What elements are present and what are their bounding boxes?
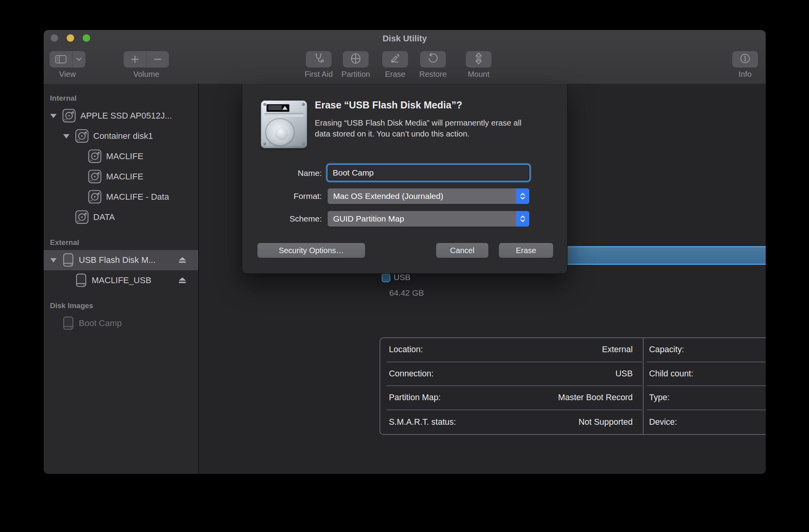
sidebar-item-label: MACLIFE_USB	[92, 275, 151, 286]
sidebar-item[interactable]: MACLIFE	[44, 167, 198, 187]
sidebar-view-icon	[50, 51, 72, 67]
restore-button[interactable]	[420, 51, 446, 67]
info-table-row: Partition Map:Master Boot Record	[387, 386, 642, 410]
stethoscope-icon	[313, 53, 325, 66]
sidebar-item[interactable]: USB Flash Disk M...	[44, 250, 198, 270]
sidebar-item[interactable]: DATA	[44, 207, 198, 227]
sidebar-item-label: MACLIFE	[106, 151, 143, 161]
info-label: Info	[719, 69, 766, 79]
usage-legend-swatch	[381, 273, 390, 282]
add-volume-button[interactable]	[124, 51, 146, 67]
dialog-body-line2: data stored on it. You can’t undo this a…	[315, 129, 470, 138]
sidebar-item-label: Boot Camp	[79, 318, 122, 328]
sidebar-item-label: MACLIFE - Data	[106, 192, 169, 202]
desktop: Disk Utility View Volume	[0, 0, 809, 532]
disclosure-triangle-icon[interactable]	[62, 134, 71, 138]
erase-button[interactable]: Erase	[499, 243, 553, 258]
internal-disk-icon	[75, 209, 89, 225]
internal-disk-icon	[87, 168, 102, 185]
sidebar-section-header: Disk Images	[44, 298, 198, 313]
info-value: Master Boot Record	[558, 393, 633, 403]
name-input[interactable]	[328, 165, 529, 181]
sidebar-section-header: Internal	[44, 91, 198, 106]
mount-button[interactable]	[466, 51, 491, 67]
toolbar: Disk Utility View Volume	[44, 30, 766, 84]
sidebar-item[interactable]: MACLIFE_USB	[44, 270, 198, 291]
scheme-label: Scheme:	[258, 214, 322, 223]
cancel-button[interactable]: Cancel	[436, 243, 488, 258]
chevron-down-icon	[73, 51, 85, 67]
sidebar-item[interactable]: APPLE SSD AP0512J...	[44, 106, 198, 126]
info-button[interactable]	[732, 51, 758, 67]
capacity-text-fragment: 64.42 GB	[389, 288, 424, 298]
dialog-body: Erasing “USB Flash Disk Media” will perm…	[315, 117, 522, 139]
view-label: View	[50, 69, 85, 79]
sidebar-section: InternalAPPLE SSD AP0512J...Container di…	[44, 91, 198, 227]
scheme-select[interactable]: GUID Partition Map	[328, 211, 529, 227]
erase-button-toolbar[interactable]	[382, 51, 408, 67]
partition-button[interactable]	[343, 51, 369, 67]
volume-buttons	[124, 51, 169, 67]
remove-volume-button[interactable]	[147, 51, 169, 67]
info-label: Location:	[389, 345, 423, 355]
info-value: External	[602, 345, 633, 355]
sidebar-section-header: External	[44, 235, 198, 250]
info-label: Type:	[649, 393, 670, 403]
info-label: Partition Map:	[389, 393, 441, 403]
mount-label: Mount	[452, 69, 505, 79]
sidebar-section: Disk ImagesBoot Camp	[44, 298, 198, 333]
disclosure-triangle-icon[interactable]	[49, 258, 58, 262]
restore-label: Restore	[406, 69, 459, 79]
internal-disk-icon	[62, 108, 76, 124]
sidebar-item-label: USB Flash Disk M...	[79, 255, 156, 265]
internal-disk-icon	[75, 128, 89, 144]
sidebar-item-label: Container disk1	[93, 131, 153, 141]
format-select[interactable]: Mac OS Extended (Journaled)	[328, 188, 529, 204]
disk-info-table: Location:ExternalConnection:USBPartition…	[380, 337, 766, 435]
info-label: Device:	[649, 417, 677, 427]
scheme-value: GUID Partition Map	[328, 214, 516, 223]
name-label: Name:	[258, 168, 322, 178]
info-label: Connection:	[389, 369, 434, 379]
info-label: S.M.A.R.T. status:	[389, 417, 456, 427]
info-label: Child count:	[649, 369, 694, 379]
first-aid-button[interactable]	[306, 51, 332, 67]
info-value: Not Supported	[578, 417, 633, 427]
internal-disk-icon	[87, 148, 102, 165]
volume-label: Volume	[124, 69, 169, 79]
format-value: Mac OS Extended (Journaled)	[328, 192, 516, 201]
sidebar-item[interactable]: MACLIFE - Data	[44, 187, 198, 207]
info-table-row: Capacity:64.42 GB	[647, 338, 766, 362]
stepper-icon	[516, 188, 529, 204]
mount-icon	[474, 52, 484, 66]
eject-icon[interactable]	[177, 276, 187, 284]
eraser-icon	[389, 53, 401, 66]
info-label: Capacity:	[649, 345, 684, 355]
view-button[interactable]	[50, 51, 85, 67]
sidebar: InternalAPPLE SSD AP0512J...Container di…	[44, 84, 199, 474]
dialog-body-line1: Erasing “USB Flash Disk Media” will perm…	[315, 118, 522, 127]
internal-disk-icon	[87, 189, 102, 205]
sidebar-section: ExternalUSB Flash Disk M...MACLIFE_USB	[44, 235, 198, 291]
sidebar-item-label: APPLE SSD AP0512J...	[80, 111, 172, 121]
security-options-button[interactable]: Security Options…	[257, 243, 365, 258]
disk-media-icon	[261, 101, 307, 148]
window-title: Disk Utility	[44, 34, 766, 44]
sidebar-item-label: MACLIFE	[106, 172, 143, 182]
dialog-title: Erase “USB Flash Disk Media”?	[315, 99, 462, 111]
sidebar-item[interactable]: Container disk1	[44, 126, 198, 146]
eject-icon[interactable]	[177, 256, 187, 264]
usage-legend-label: USB	[394, 273, 410, 282]
disk-utility-window: Disk Utility View Volume	[44, 30, 766, 474]
info-table-row: Connection:USB	[387, 362, 642, 387]
restore-arrow-icon	[427, 53, 439, 66]
sidebar-item[interactable]: MACLIFE	[44, 146, 198, 167]
info-icon	[739, 53, 751, 66]
format-label: Format:	[258, 192, 322, 201]
sidebar-item-label: DATA	[93, 212, 115, 222]
info-table-row: Location:External	[387, 338, 642, 362]
info-value: USB	[616, 369, 633, 379]
disclosure-triangle-icon[interactable]	[49, 114, 58, 118]
sidebar-item[interactable]: Boot Camp	[44, 313, 198, 333]
info-table-row: S.M.A.R.T. status:Not Supported	[387, 410, 642, 434]
